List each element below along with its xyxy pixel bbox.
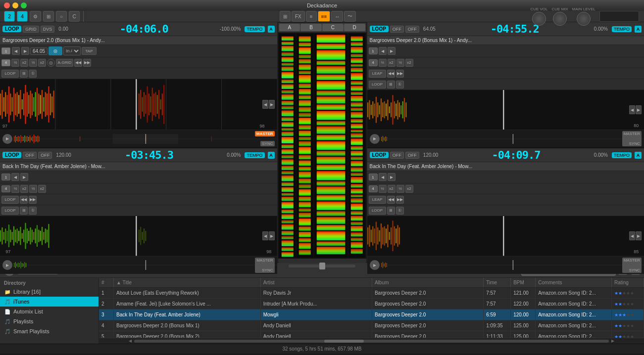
table-row[interactable]: 5 Bargrooves Deeper 2.0 (Bonus Mix 2) An… bbox=[99, 331, 644, 338]
col-header-time[interactable]: Time bbox=[484, 278, 511, 287]
deck-b-num4[interactable]: 4 bbox=[1, 185, 10, 192]
deck-b-play-btn[interactable]: ▶ bbox=[2, 260, 12, 270]
crossfader-track[interactable] bbox=[289, 265, 356, 267]
deck-c-leap-back[interactable]: ◀◀ bbox=[387, 70, 395, 78]
crossfader-thumb[interactable] bbox=[319, 263, 325, 269]
toolbar-btn-2[interactable]: 2 bbox=[4, 11, 15, 22]
deck-a-loop-ctrl[interactable]: ⊞ bbox=[20, 70, 28, 78]
deck-c-x2[interactable]: x2 bbox=[388, 59, 396, 67]
sidebar-item-smart-playlists[interactable]: 🎵 Smart Playlists bbox=[0, 326, 99, 336]
deck-a-x2-2[interactable]: x2 bbox=[38, 59, 46, 67]
deck-b-num-1[interactable]: 1 bbox=[1, 174, 10, 180]
close-button[interactable] bbox=[4, 2, 10, 8]
deck-b-half2[interactable]: ½ bbox=[29, 185, 37, 193]
scroll-thumb[interactable] bbox=[324, 340, 364, 343]
deck-a-next-btn[interactable]: ▶ bbox=[21, 47, 29, 55]
deck-d-next[interactable]: ▶ bbox=[388, 173, 396, 181]
sidebar-item-library[interactable]: 📁 Library [16] bbox=[0, 287, 99, 297]
deck-d-leap-back[interactable]: ◀◀ bbox=[387, 196, 395, 204]
mixer-ch-b[interactable]: B bbox=[300, 24, 322, 31]
col-header-bpm[interactable]: BPM bbox=[511, 278, 536, 287]
deck-d-wave-right[interactable]: ▶ bbox=[636, 231, 642, 240]
deck-a-half1[interactable]: ½ bbox=[11, 59, 19, 67]
deck-d-x22[interactable]: x2 bbox=[405, 185, 413, 193]
toolbar-btn-settings[interactable]: ⚙ bbox=[30, 11, 41, 22]
col-header-num[interactable]: # bbox=[99, 278, 114, 287]
deck-b-x2[interactable]: x2 bbox=[20, 185, 28, 193]
scroll-track[interactable] bbox=[134, 340, 609, 343]
toolbar-btn-record[interactable]: ○ bbox=[56, 11, 67, 22]
deck-c-next[interactable]: ▶ bbox=[388, 47, 396, 55]
deck-d-num4[interactable]: 4 bbox=[369, 185, 378, 192]
deck-a-disc-2[interactable]: ◎ bbox=[47, 59, 55, 67]
traffic-lights[interactable] bbox=[4, 2, 27, 8]
mixer-tab-wave[interactable]: 〜 bbox=[344, 11, 356, 22]
deck-d-x2[interactable]: x2 bbox=[388, 185, 396, 193]
deck-d-play-btn[interactable]: ▶ bbox=[370, 260, 380, 270]
deck-b-leap-back[interactable]: ◀◀ bbox=[20, 196, 28, 204]
sidebar-item-automix[interactable]: 📄 Automix List bbox=[0, 307, 99, 316]
deck-d-loop-btn[interactable]: LOOP bbox=[370, 152, 389, 158]
table-row[interactable]: 2 Amame (Feat. Jei) [Luke Solomon's Live… bbox=[99, 299, 644, 310]
mixer-tab-crossfader[interactable]: ≡≡ bbox=[318, 11, 331, 22]
deck-c-loop[interactable]: LOOP bbox=[369, 81, 386, 89]
deck-c-loop-btn[interactable]: LOOP bbox=[370, 26, 389, 32]
deck-a-loop-num[interactable]: ① bbox=[29, 70, 37, 78]
deck-a-wave-right[interactable]: ▶ bbox=[269, 100, 275, 109]
deck-c-leap[interactable]: LEAP bbox=[369, 70, 386, 78]
toolbar-btn-4[interactable]: 4 bbox=[17, 11, 28, 22]
col-header-artist[interactable]: Artist bbox=[261, 278, 372, 287]
deck-c-num1[interactable]: 1 bbox=[369, 47, 378, 54]
deck-c-leap-fwd[interactable]: ▶▶ bbox=[396, 70, 404, 78]
deck-b-loop2[interactable]: LOOP bbox=[1, 207, 19, 215]
deck-d-half2[interactable]: ½ bbox=[396, 185, 404, 193]
deck-b-loop-btn[interactable]: LOOP bbox=[2, 152, 21, 158]
mixer-tab-channels[interactable]: ≡ bbox=[306, 11, 317, 22]
deck-c-wave-right[interactable]: ▶ bbox=[636, 105, 642, 114]
sidebar-item-playlists[interactable]: 🎵 Playlists bbox=[0, 316, 99, 326]
deck-b-next[interactable]: ▶ bbox=[20, 173, 28, 181]
deck-a-num-1[interactable]: 1 bbox=[1, 47, 10, 54]
deck-b-loop-ctrl[interactable]: ⊞ bbox=[20, 207, 28, 215]
deck-d-leap[interactable]: LEAP bbox=[369, 196, 386, 204]
toolbar-btn-grid[interactable]: ⊞ bbox=[43, 11, 54, 22]
deck-d-wave-left[interactable]: ◀ bbox=[629, 231, 635, 240]
mixer-ch-a[interactable]: A bbox=[279, 24, 300, 31]
deck-c-prev[interactable]: ◀ bbox=[379, 47, 387, 55]
mixer-tab-fx[interactable]: FX bbox=[292, 11, 305, 22]
deck-a-leap-2[interactable]: ▶▶ bbox=[83, 59, 91, 67]
col-header-rating[interactable]: Rating bbox=[612, 278, 644, 287]
deck-d-loop-ctrl[interactable]: ⊞ bbox=[387, 207, 395, 215]
sidebar-item-itunes[interactable]: 🎵 iTunes bbox=[0, 297, 99, 307]
table-row[interactable]: 4 Bargrooves Deeper 2.0 (Bonus Mix 1) An… bbox=[99, 320, 644, 331]
col-header-title[interactable]: ▲ Title bbox=[114, 278, 261, 287]
deck-d-loop[interactable]: LOOP bbox=[369, 207, 386, 215]
deck-b-loop-num2[interactable]: ① bbox=[29, 207, 37, 215]
col-header-comments[interactable]: Comments bbox=[536, 278, 612, 287]
mixer-ch-c[interactable]: C bbox=[322, 24, 344, 31]
deck-a-num4[interactable]: 4 bbox=[1, 59, 10, 66]
deck-d-half[interactable]: ½ bbox=[379, 185, 387, 193]
deck-a-loop-btn2[interactable]: LOOP bbox=[1, 70, 19, 78]
deck-d-loop-num[interactable]: ① bbox=[396, 207, 404, 215]
table-row[interactable]: 3 Back In The Day (Feat. Amber Jolene) M… bbox=[99, 310, 644, 320]
deck-c-play-btn[interactable]: ▶ bbox=[370, 134, 380, 144]
deck-c-x22[interactable]: x2 bbox=[405, 59, 413, 67]
deck-d-leap-fwd[interactable]: ▶▶ bbox=[396, 196, 404, 204]
deck-b-leap[interactable]: LOOP bbox=[1, 196, 19, 204]
toolbar-btn-c[interactable]: C bbox=[69, 11, 80, 22]
deck-b-wave-right[interactable]: ▶ bbox=[269, 231, 275, 240]
mixer-tab-eq[interactable]: ⊞ bbox=[280, 11, 291, 22]
track-scrollbar[interactable]: ◀ ▶ bbox=[99, 338, 644, 344]
deck-d-num1[interactable]: 1 bbox=[369, 174, 378, 180]
deck-c-tempo-btn[interactable]: TEMPO bbox=[612, 26, 632, 32]
deck-b-tempo-btn[interactable]: TEMPO bbox=[245, 152, 264, 158]
deck-a-prev-btn[interactable]: ◀ bbox=[12, 47, 20, 55]
deck-a-leap-1[interactable]: ◀◀ bbox=[74, 59, 82, 67]
deck-a-play-btn[interactable]: ▶ bbox=[2, 134, 12, 144]
table-row[interactable]: 1 About Love (Eats Everything Rework) Ro… bbox=[99, 288, 644, 299]
deck-b-half[interactable]: ½ bbox=[11, 185, 19, 193]
deck-b-wave-left[interactable]: ◀ bbox=[262, 231, 268, 240]
deck-d-prev[interactable]: ◀ bbox=[379, 173, 387, 181]
col-header-album[interactable]: Album bbox=[372, 278, 484, 287]
